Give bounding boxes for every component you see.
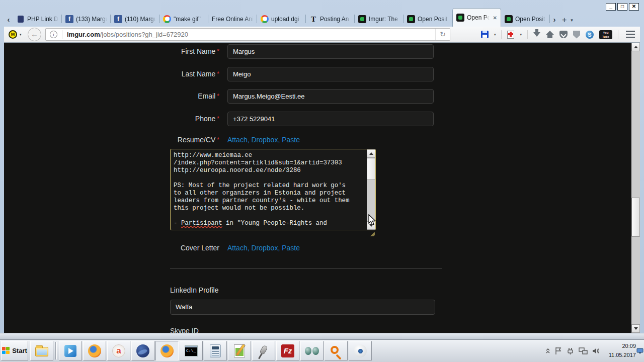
tab-upload[interactable]: upload dgi [257, 11, 306, 27]
extension-dropdown-caret-icon[interactable]: ▾ [20, 33, 22, 37]
adblock-doc-icon[interactable] [507, 31, 514, 39]
scrollbar-thumb[interactable] [367, 158, 375, 180]
resume-attach-links[interactable]: Attach, Dropbox, Paste [227, 135, 300, 145]
save-dropdown-caret-icon[interactable]: ▾ [494, 33, 496, 37]
textarea-resize-grip[interactable] [369, 230, 375, 236]
tab-label: Free Online Ani [212, 16, 254, 23]
close-button[interactable]: ✕ [629, 3, 639, 11]
pocket-icon[interactable] [559, 31, 568, 38]
page-scrollbar[interactable] [631, 43, 640, 333]
orb-app-button[interactable] [349, 341, 372, 360]
scroll-down-button[interactable] [631, 324, 640, 333]
scroll-up-button[interactable] [367, 149, 375, 158]
seamonkey-button[interactable] [131, 341, 154, 360]
imgur-icon [407, 15, 415, 23]
magnifier-icon [331, 346, 339, 354]
action-center-flag-icon[interactable] [554, 347, 562, 355]
editor-button[interactable] [228, 341, 251, 360]
show-desktop-button[interactable] [636, 343, 644, 359]
tab-facebook-133[interactable]: f (133) Margu [62, 11, 111, 27]
mouse-cursor [368, 214, 379, 226]
downloads-icon[interactable] [533, 32, 540, 40]
network-icon[interactable] [579, 347, 588, 355]
command-prompt-button[interactable]: C:\_ [180, 341, 203, 360]
section-divider [170, 268, 442, 268]
hidden-icons-chevron-icon[interactable] [545, 348, 550, 354]
skype-label: Skype ID [170, 327, 199, 333]
navigation-toolbar: M ▾ ← i imgur.com/jobs/positions?gh_jid=… [4, 27, 640, 43]
toolbar-divider [501, 30, 502, 39]
firefox-icon [88, 344, 101, 357]
media-player-button[interactable] [59, 341, 82, 360]
youtube-text: You [603, 31, 609, 34]
start-button[interactable]: Start [1, 341, 28, 360]
clock-date: 11.05.2017 [603, 350, 636, 359]
first-name-input[interactable]: Margus [227, 44, 434, 59]
scroll-tabs-left-button[interactable]: ‹ [4, 12, 13, 27]
tab-php-link[interactable]: PHP Link D [13, 11, 62, 27]
a-app-button[interactable]: a [107, 341, 130, 360]
list-all-tabs-button[interactable]: ▾ [570, 18, 575, 27]
tab-free-online[interactable]: Free Online Ani [208, 11, 257, 27]
tab-open-positions-2[interactable]: Open Posit [501, 11, 550, 27]
reload-button[interactable]: ↻ [435, 29, 450, 40]
tab-make-gif[interactable]: "make gif" [159, 11, 208, 27]
file-explorer-button[interactable] [30, 341, 53, 360]
email-input[interactable]: Margus.Meigo@Eesti.ee [227, 89, 434, 104]
tab-open-positions-active[interactable]: Open Po ✕ [452, 8, 501, 27]
ublock-shield-icon[interactable] [573, 31, 580, 39]
save-page-icon[interactable] [481, 31, 489, 38]
toolbar-buttons: ▾ ▾ S YouTube [481, 27, 637, 42]
toolbar-divider [527, 30, 528, 39]
required-asterisk: * [215, 70, 219, 77]
linkedin-input[interactable]: Waffa [170, 300, 435, 315]
power-plug-icon[interactable] [567, 347, 575, 355]
window-controls: _ □ ✕ [606, 3, 639, 11]
youtube-text: Tube [602, 35, 609, 38]
binoculars-app-button[interactable] [300, 341, 324, 360]
window-bottom-border [0, 333, 644, 339]
skype-extension-icon[interactable]: S [586, 31, 594, 39]
new-tab-button[interactable]: + [559, 16, 570, 27]
maximize-button[interactable]: □ [617, 3, 627, 11]
url-text[interactable]: imgur.com/jobs/positions?gh_jid=672920 [67, 31, 435, 38]
back-button[interactable]: ← [28, 28, 41, 41]
last-name-input[interactable]: Meigo [227, 67, 434, 81]
calculator-icon [210, 344, 221, 357]
sound-recorder-button[interactable] [252, 341, 275, 360]
tab-imgur-home[interactable]: Imgur: The [355, 11, 404, 27]
firefox-icon [160, 344, 174, 357]
home-icon[interactable] [546, 31, 554, 39]
google-icon [261, 15, 269, 23]
scrollbar-thumb[interactable] [631, 198, 640, 237]
show-desktop-icon [636, 348, 643, 354]
tab-posting[interactable]: T Posting An [306, 11, 355, 27]
search-app-button[interactable] [325, 341, 348, 360]
menu-hamburger-icon[interactable] [624, 31, 637, 38]
phone-input[interactable]: +372 5229041 [227, 112, 434, 126]
volume-speaker-icon[interactable] [592, 347, 600, 355]
required-asterisk: * [215, 136, 219, 143]
resume-textarea[interactable]: http://www.meiemaa.ee /index.php?content… [170, 149, 376, 230]
tab-label: Posting An [320, 16, 351, 23]
browser-window: _ □ ✕ ‹ PHP Link D f (133) Margu f (110)… [0, 0, 644, 362]
calculator-button[interactable] [204, 341, 227, 360]
filezilla-button[interactable]: Fz [276, 341, 299, 360]
scroll-up-button[interactable] [631, 43, 640, 51]
firefox-active-window-button[interactable] [155, 341, 179, 360]
youtube-icon[interactable]: YouTube [599, 30, 612, 39]
tab-facebook-110[interactable]: f (110) Margu [111, 11, 159, 27]
adblock-dropdown-caret-icon[interactable]: ▾ [520, 33, 522, 37]
tab-close-icon[interactable]: ✕ [492, 15, 497, 21]
scroll-tabs-right-button[interactable]: › [550, 12, 559, 27]
tab-open-positions-1[interactable]: Open Posit [404, 11, 452, 27]
page-info-icon[interactable]: i [50, 31, 57, 38]
cover-attach-links[interactable]: Attach, Dropbox, Paste [227, 243, 300, 253]
url-bar[interactable]: i imgur.com/jobs/positions?gh_jid=672920… [45, 28, 450, 41]
extension-m-icon[interactable]: M [9, 30, 17, 39]
firefox-button[interactable] [83, 341, 106, 360]
google-icon [163, 15, 171, 23]
minimize-button[interactable]: _ [606, 3, 616, 11]
cover-letter-label: Cover Letter [4, 243, 219, 253]
taskbar-clock[interactable]: 20:09 11.05.2017 [603, 341, 636, 359]
